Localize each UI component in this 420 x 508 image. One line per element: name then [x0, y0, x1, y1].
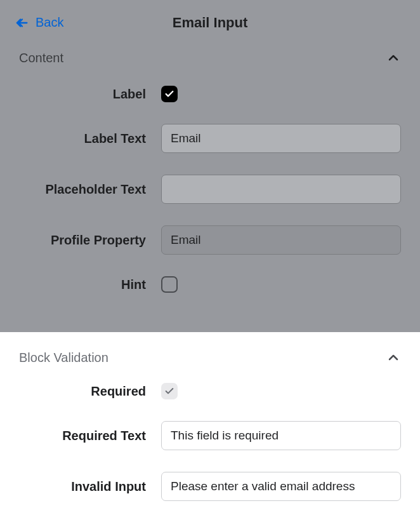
required-text-field-label: Required Text: [19, 429, 146, 443]
content-section-title: Content: [19, 51, 63, 65]
hint-row: Hint: [0, 276, 420, 314]
label-field-label: Label: [19, 87, 146, 102]
required-text-row: Required Text: [0, 421, 420, 472]
placeholder-text-input[interactable]: [161, 175, 401, 204]
arrow-left-icon: [15, 16, 29, 30]
page-title: Email Input: [173, 15, 248, 31]
profile-property-row: Profile Property: [0, 225, 420, 276]
invalid-input-field[interactable]: [161, 472, 401, 501]
label-row: Label: [0, 86, 420, 124]
profile-property-input[interactable]: [161, 225, 401, 255]
check-icon: [164, 386, 174, 396]
check-icon: [164, 89, 174, 99]
required-text-input[interactable]: [161, 421, 401, 450]
back-button[interactable]: Back: [15, 15, 63, 30]
content-panel: Back Email Input Content Label Label Tex…: [0, 0, 420, 332]
content-section-header[interactable]: Content: [0, 41, 420, 86]
hint-field-label: Hint: [19, 277, 146, 292]
hint-checkbox[interactable]: [161, 276, 178, 293]
validation-section-header[interactable]: Block Validation: [0, 332, 420, 383]
required-row: Required: [0, 383, 420, 421]
back-label: Back: [36, 15, 63, 30]
label-checkbox[interactable]: [161, 86, 178, 102]
placeholder-text-row: Placeholder Text: [0, 175, 420, 225]
label-text-input[interactable]: [161, 124, 401, 153]
invalid-input-field-label: Invalid Input: [19, 479, 146, 494]
profile-property-field-label: Profile Property: [19, 233, 146, 248]
validation-panel: Block Validation Required Required Text …: [0, 332, 420, 508]
header: Back Email Input: [0, 0, 420, 41]
label-text-row: Label Text: [0, 124, 420, 175]
chevron-up-icon: [386, 350, 401, 365]
label-text-field-label: Label Text: [19, 131, 146, 146]
invalid-input-row: Invalid Input: [0, 472, 420, 508]
required-field-label: Required: [19, 384, 146, 399]
chevron-up-icon: [386, 50, 401, 65]
required-checkbox[interactable]: [161, 383, 178, 399]
validation-section-title: Block Validation: [19, 351, 108, 365]
placeholder-text-field-label: Placeholder Text: [19, 182, 146, 197]
